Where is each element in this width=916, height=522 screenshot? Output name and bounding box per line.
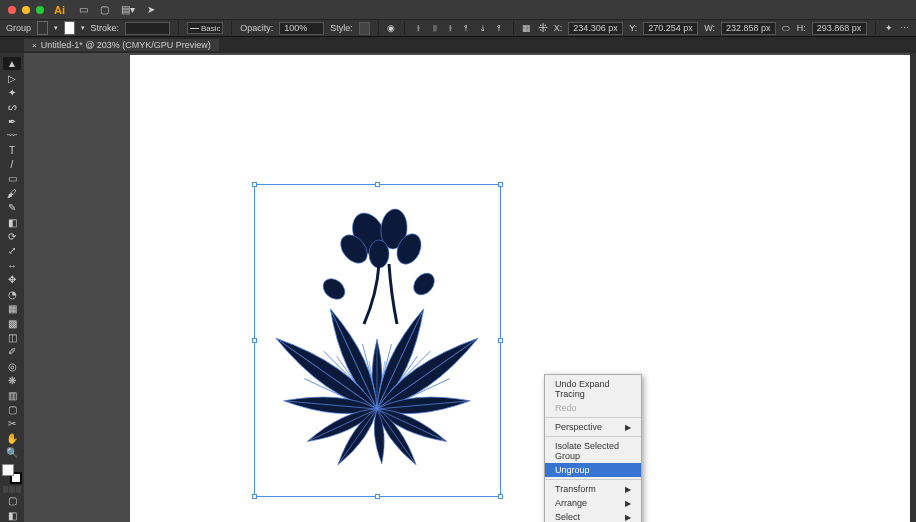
eraser-tool[interactable]: ◧ [3,215,21,228]
resize-handle-ne[interactable] [498,182,503,187]
menu-item-select[interactable]: Select▶ [545,510,641,522]
menu-item-label: Isolate Selected Group [555,441,631,461]
recolor-icon[interactable]: ◉ [386,21,396,35]
dropdown-caret-icon[interactable]: ▾ [81,24,85,32]
height-input[interactable] [812,22,867,35]
stroke-weight-input[interactable] [125,22,170,35]
paintbrush-tool[interactable]: 🖌 [3,187,21,200]
blend-tool[interactable]: ◎ [3,360,21,373]
gradient-tool[interactable]: ◫ [3,331,21,344]
resize-handle-se[interactable] [498,494,503,499]
type-tool[interactable]: T [3,143,21,156]
close-window-button[interactable] [8,6,16,14]
x-label: X: [554,23,563,33]
align-bottom-icon[interactable]: ⫯ [494,21,504,35]
opacity-label: Opacity: [240,23,273,33]
menu-item-arrange[interactable]: Arrange▶ [545,496,641,510]
free-transform-tool[interactable]: ✥ [3,273,21,286]
resize-handle-sw[interactable] [252,494,257,499]
h-label: H: [797,23,806,33]
magic-wand-tool[interactable]: ✦ [3,86,21,99]
align-middle-icon[interactable]: ⫰ [478,21,488,35]
selection-tool[interactable]: ▲ [3,57,21,70]
y-input[interactable] [643,22,698,35]
close-tab-icon[interactable]: × [32,41,37,50]
fill-stroke-swatch[interactable] [2,464,22,483]
mac-titlebar: Ai ▭ ▢ ▤▾ ➤ [0,0,916,19]
style-label: Style: [330,23,353,33]
constrain-proportions-icon[interactable]: ⬭ [782,23,791,34]
align-center-icon[interactable]: ⫴ [429,21,439,35]
brush-definition-dropdown[interactable]: Basic [187,22,224,34]
bridge-icon[interactable]: ▭ [79,4,88,15]
x-input[interactable] [568,22,623,35]
rectangle-tool[interactable]: ▭ [3,172,21,185]
curvature-tool[interactable]: 〰 [3,129,21,142]
menu-item-label: Undo Expand Tracing [555,379,631,399]
align-right-icon[interactable]: ⫲ [446,21,456,35]
align-left-icon[interactable]: ⫲ [413,21,423,35]
opacity-input[interactable] [279,22,324,35]
resize-handle-s[interactable] [375,494,380,499]
gpu-icon[interactable]: ➤ [147,4,155,15]
maximize-window-button[interactable] [36,6,44,14]
shape-icon[interactable]: ✦ [884,21,894,35]
canvas-area[interactable]: Undo Expand TracingRedoPerspective▶Isola… [24,53,910,522]
document-tab[interactable]: × Untitled-1* @ 203% (CMYK/GPU Preview) [24,39,219,51]
hand-tool[interactable]: ✋ [3,432,21,445]
menu-separator [545,417,641,418]
graphic-style-dropdown[interactable] [359,22,370,35]
resize-handle-nw[interactable] [252,182,257,187]
selection-type-label: Group [6,23,31,33]
zoom-tool[interactable]: 🔍 [3,446,21,459]
menu-item-label: Redo [555,403,577,413]
direct-selection-tool[interactable]: ▷ [3,71,21,84]
rotate-tool[interactable]: ⟳ [3,230,21,243]
transform-icon[interactable]: ▦ [521,21,531,35]
selection-bounding-box[interactable] [254,184,501,497]
more-icon[interactable]: ⋯ [900,21,910,35]
right-panel-collapsed[interactable] [910,53,916,522]
submenu-arrow-icon: ▶ [625,423,631,432]
eyedropper-tool[interactable]: ✐ [3,345,21,358]
app-logo: Ai [54,4,65,16]
resize-handle-e[interactable] [498,338,503,343]
pencil-tool[interactable]: ✎ [3,201,21,214]
app-bar-icons: ▭ ▢ ▤▾ ➤ [79,4,155,15]
menu-item-label: Perspective [555,422,602,432]
width-input[interactable] [721,22,776,35]
align-top-icon[interactable]: ⫯ [462,21,472,35]
draw-mode-icon[interactable]: ◧ [3,509,21,522]
tool-panel: ▲▷✦ᔕ✒〰T/▭🖌✎◧⟳⤢↔✥◔▦▩◫✐◎❋▥▢✂✋🔍▢◧ [0,53,24,522]
control-bar: Group ▾ ▾ Stroke: Basic Opacity: Style: … [0,19,916,37]
minimize-window-button[interactable] [22,6,30,14]
fill-swatch[interactable] [37,21,48,35]
menu-item-label: Ungroup [555,465,590,475]
line-tool[interactable]: / [3,158,21,171]
stock-icon[interactable]: ▢ [100,4,109,15]
column-graph-tool[interactable]: ▥ [3,388,21,401]
menu-item-perspective[interactable]: Perspective▶ [545,420,641,434]
symbol-sprayer-tool[interactable]: ❋ [3,374,21,387]
arrange-documents-icon[interactable]: ▤▾ [121,4,135,15]
menu-item-ungroup[interactable]: Ungroup [545,463,641,477]
artboard-tool[interactable]: ▢ [3,403,21,416]
reference-point-icon[interactable]: ⁜ [537,21,547,35]
perspective-tool[interactable]: ▦ [3,302,21,315]
resize-handle-n[interactable] [375,182,380,187]
menu-item-transform[interactable]: Transform▶ [545,482,641,496]
stroke-swatch[interactable] [64,21,75,35]
menu-item-isolate-selected-group[interactable]: Isolate Selected Group [545,439,641,463]
slice-tool[interactable]: ✂ [3,417,21,430]
dropdown-caret-icon[interactable]: ▾ [54,24,58,32]
shape-builder-tool[interactable]: ◔ [3,288,21,301]
menu-item-undo-expand-tracing[interactable]: Undo Expand Tracing [545,377,641,401]
scale-tool[interactable]: ⤢ [3,244,21,257]
mesh-tool[interactable]: ▩ [3,316,21,329]
screen-mode-icon[interactable]: ▢ [3,494,21,507]
width-tool[interactable]: ↔ [3,259,21,272]
pen-tool[interactable]: ✒ [3,115,21,128]
resize-handle-w[interactable] [252,338,257,343]
lasso-tool[interactable]: ᔕ [3,100,21,113]
color-mode-icons[interactable] [3,486,21,494]
